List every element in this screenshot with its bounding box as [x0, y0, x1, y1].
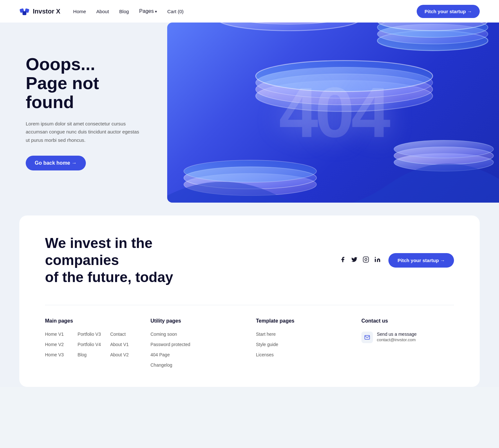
- footer-col-contact: Contact us Send us a message contact@inv…: [361, 318, 454, 368]
- logo-icon: [19, 6, 30, 16]
- main-pages-links: Home V1 Portfolio V3 Contact Home V2 Por…: [45, 332, 138, 357]
- logo[interactable]: Invstor X: [19, 6, 60, 16]
- footer-col-template-pages: Template pages Start here Style guide Li…: [256, 318, 349, 368]
- footer-link-start-here[interactable]: Start here: [256, 332, 349, 337]
- hero-background: 404: [167, 23, 499, 203]
- hero-content: Ooops... Page not found Lorem ipsum dolo…: [0, 23, 167, 203]
- svg-rect-24: [375, 259, 376, 262]
- template-pages-title: Template pages: [256, 318, 349, 324]
- nav-cart[interactable]: Cart (0): [167, 9, 184, 14]
- contact-text: Send us a message contact@invstor.com: [377, 332, 417, 342]
- footer-link-contact[interactable]: Contact: [110, 332, 138, 337]
- error-code: 404: [279, 77, 387, 148]
- hero-section: Ooops... Page not found Lorem ipsum dolo…: [0, 23, 499, 203]
- facebook-icon[interactable]: [340, 256, 346, 264]
- chevron-down-icon: [155, 8, 157, 14]
- footer-right: Pitch your startup →: [340, 253, 454, 268]
- footer-col-utility-pages: Utility pages Coming soon Password prote…: [150, 318, 243, 368]
- footer-link-home-v1[interactable]: Home V1: [45, 332, 72, 337]
- footer-link-home-v2[interactable]: Home V2: [45, 342, 72, 347]
- footer-pitch-button[interactable]: Pitch your startup →: [388, 253, 454, 268]
- footer-link-about-v1[interactable]: About V1: [110, 342, 138, 347]
- email-icon: [361, 332, 373, 343]
- brand-name: Invstor X: [33, 8, 60, 15]
- email-value[interactable]: contact@invstor.com: [377, 337, 417, 342]
- instagram-icon[interactable]: [363, 256, 369, 264]
- go-back-button[interactable]: Go back home →: [26, 156, 86, 170]
- nav-pages[interactable]: Pages: [139, 8, 157, 14]
- hero-image: 404: [167, 23, 499, 203]
- nav-about[interactable]: About: [96, 9, 109, 14]
- footer-wrapper: We invest in the companies of the future…: [0, 203, 499, 387]
- send-message-label: Send us a message: [377, 332, 417, 337]
- footer-link-blog[interactable]: Blog: [77, 352, 105, 357]
- footer-link-style-guide[interactable]: Style guide: [256, 342, 349, 347]
- footer-link-coming-soon[interactable]: Coming soon: [150, 332, 243, 337]
- footer-links: Main pages Home V1 Portfolio V3 Contact …: [45, 305, 454, 387]
- footer-link-portfolio-v4[interactable]: Portfolio V4: [77, 342, 105, 347]
- footer-link-portfolio-v3[interactable]: Portfolio V3: [77, 332, 105, 337]
- footer-col-main-pages: Main pages Home V1 Portfolio V3 Contact …: [45, 318, 138, 368]
- hero-description: Lorem ipsum dolor sit amet consectetur c…: [26, 120, 141, 144]
- navbar-pitch-button[interactable]: Pitch your startup →: [417, 5, 480, 18]
- navbar: Invstor X Home About Blog Pages Cart (0)…: [0, 0, 499, 23]
- nav-links: Home About Blog Pages Cart (0): [73, 8, 184, 14]
- contact-email-item: Send us a message contact@invstor.com: [361, 332, 454, 343]
- footer-tagline: We invest in the companies of the future…: [45, 235, 225, 286]
- hero-title: Ooops... Page not found: [26, 55, 141, 112]
- nav-home[interactable]: Home: [73, 9, 86, 14]
- utility-pages-links: Coming soon Password protected 404 Page …: [150, 332, 243, 368]
- footer-link-about-v2[interactable]: About V2: [110, 352, 138, 357]
- nav-blog[interactable]: Blog: [119, 9, 129, 14]
- footer-link-404[interactable]: 404 Page: [150, 352, 243, 357]
- svg-rect-22: [363, 257, 369, 262]
- utility-pages-title: Utility pages: [150, 318, 243, 324]
- contact-us-title: Contact us: [361, 318, 454, 324]
- navbar-left: Invstor X Home About Blog Pages Cart (0): [19, 6, 184, 16]
- svg-point-21: [394, 140, 494, 158]
- svg-point-18: [184, 160, 317, 182]
- footer-card: We invest in the companies of the future…: [19, 215, 480, 387]
- footer-link-changelog[interactable]: Changelog: [150, 362, 243, 368]
- svg-rect-2: [23, 11, 26, 15]
- svg-point-25: [375, 257, 376, 258]
- linkedin-icon[interactable]: [374, 256, 381, 264]
- footer-link-licenses[interactable]: Licenses: [256, 352, 349, 357]
- social-icons: [340, 256, 381, 264]
- footer-top: We invest in the companies of the future…: [45, 235, 454, 286]
- footer-link-home-v3[interactable]: Home V3: [45, 352, 72, 357]
- template-pages-links: Start here Style guide Licenses: [256, 332, 349, 357]
- footer-link-password-protected[interactable]: Password protected: [150, 342, 243, 347]
- main-pages-title: Main pages: [45, 318, 138, 324]
- twitter-icon[interactable]: [351, 256, 358, 264]
